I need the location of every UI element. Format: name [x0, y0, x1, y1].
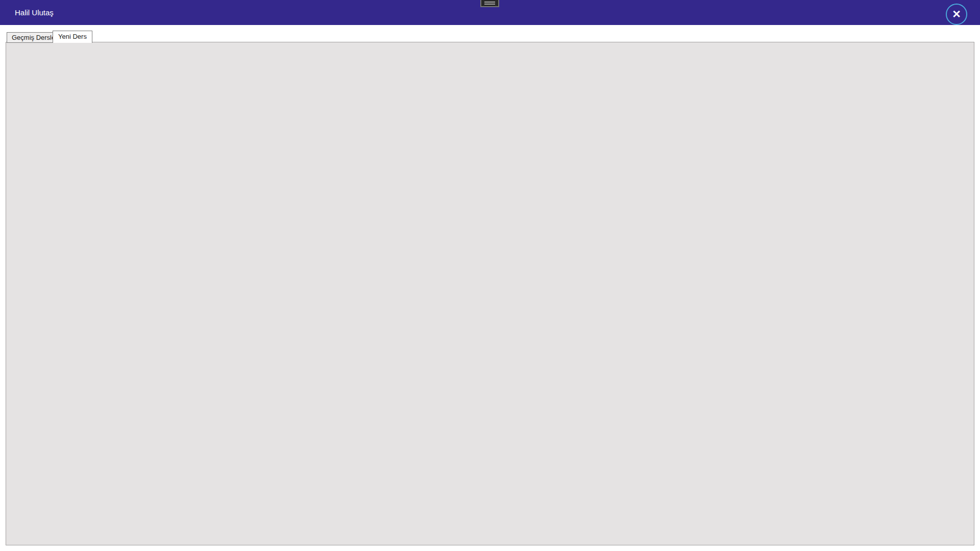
close-button[interactable]: ✕: [946, 4, 967, 25]
notch-line: [484, 4, 495, 5]
tab-page-yeni-ders: [6, 42, 974, 545]
notch-line: [484, 2, 495, 3]
tab-yeni-ders[interactable]: Yeni Ders: [53, 31, 92, 43]
top-center-notch: [480, 0, 499, 7]
close-icon: ✕: [952, 8, 961, 20]
titlebar: Halil Ulutaş ✕: [0, 0, 980, 25]
window-title: Halil Ulutaş: [15, 0, 54, 25]
